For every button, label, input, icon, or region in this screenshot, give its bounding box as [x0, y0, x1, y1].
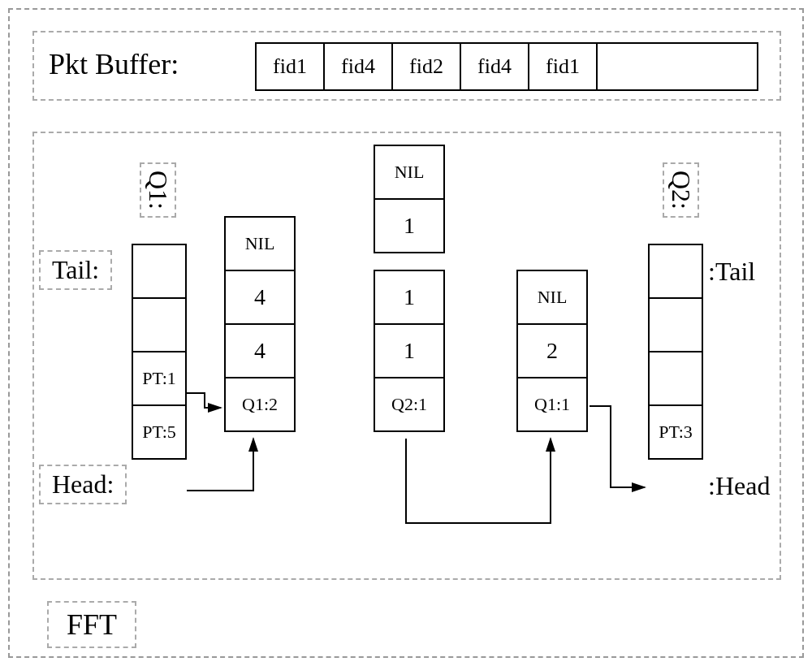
col-a-label: Q1:2 [224, 377, 296, 432]
pkt-buffer-cell: fid1 [255, 42, 325, 91]
q1-cell-pt5: PT:5 [132, 404, 187, 460]
pkt-buffer-cell-empty [596, 42, 758, 91]
q2-cell [648, 244, 703, 299]
col-c-label: Q1:1 [516, 377, 588, 432]
col-a-cell: 4 [224, 323, 296, 378]
col-b-nil: NIL [374, 145, 445, 200]
q2-label: Q2: [663, 162, 699, 218]
head-left-label: Head: [39, 465, 127, 504]
col-a-stack: NIL 4 4 Q1:2 [224, 218, 296, 432]
pkt-buffer-row: fid1 fid4 fid2 fid4 fid1 [257, 42, 758, 91]
col-b-cell: 1 [374, 198, 445, 253]
col-c-nil: NIL [516, 270, 588, 325]
q1-cell [132, 297, 187, 352]
q2-cell [648, 297, 703, 352]
col-b-cell: 1 [374, 323, 445, 378]
tail-right-label: :Tail [708, 257, 755, 287]
queue-region: Q1: Q2: Tail: Head: :Tail :Head PT:1 PT:… [32, 132, 781, 580]
tail-left-label: Tail: [39, 250, 112, 290]
col-b-ext-stack: NIL 1 [374, 146, 445, 253]
q2-cell-pt3: PT:3 [648, 404, 703, 460]
col-a-cell: 4 [224, 270, 296, 325]
pkt-buffer-cell: fid1 [528, 42, 598, 91]
col-b-stack: 1 1 Q2:1 [374, 271, 445, 432]
q1-cell [132, 244, 187, 299]
outer-dashed-frame: Pkt Buffer: fid1 fid4 fid2 fid4 fid1 Q1:… [8, 8, 804, 658]
fft-block: FFT [47, 601, 136, 648]
col-b-cell: 1 [374, 270, 445, 325]
pkt-buffer-cell: fid4 [323, 42, 393, 91]
col-a-nil: NIL [224, 216, 296, 271]
col-c-cell: 2 [516, 323, 588, 378]
q1-stack: PT:1 PT:5 [132, 245, 187, 460]
pkt-buffer-label: Pkt Buffer: [49, 47, 179, 81]
pkt-buffer-region: Pkt Buffer: fid1 fid4 fid2 fid4 fid1 [32, 31, 781, 101]
col-c-stack: NIL 2 Q1:1 [516, 271, 588, 432]
pkt-buffer-cell: fid2 [391, 42, 461, 91]
q2-cell [648, 351, 703, 406]
col-b-label: Q2:1 [374, 377, 445, 432]
q1-label: Q1: [140, 162, 176, 218]
q1-cell-pt1: PT:1 [132, 351, 187, 406]
pkt-buffer-cell: fid4 [460, 42, 529, 91]
q2-stack: PT:3 [648, 245, 703, 460]
head-right-label: :Head [708, 471, 770, 501]
